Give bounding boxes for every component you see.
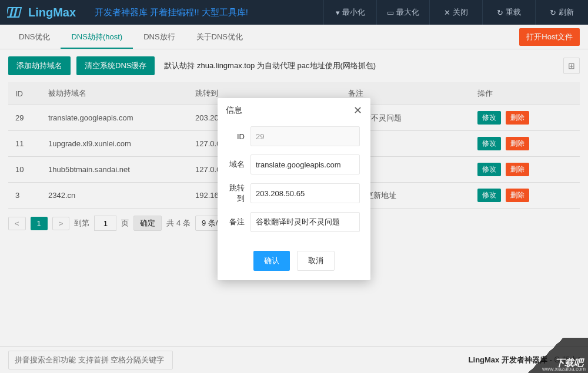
label-id: ID [228, 132, 250, 141]
confirm-button[interactable]: 确认 [253, 251, 290, 271]
input-id [250, 126, 360, 146]
close-icon[interactable]: ✕ [353, 104, 362, 117]
modal-header: 信息 ✕ [218, 98, 370, 123]
label-note: 备注 [228, 217, 250, 227]
cancel-button[interactable]: 取消 [297, 251, 335, 271]
modal-body: ID 域名 跳转到 备注 [218, 123, 370, 246]
modal-overlay: 信息 ✕ ID 域名 跳转到 备注 确认 取消 [0, 0, 588, 373]
input-note[interactable] [250, 212, 360, 232]
info-modal: 信息 ✕ ID 域名 跳转到 备注 确认 取消 [218, 98, 370, 280]
modal-title: 信息 [226, 105, 242, 116]
label-jump: 跳转到 [228, 183, 250, 204]
input-domain[interactable] [250, 154, 360, 174]
modal-footer: 确认 取消 [218, 246, 370, 280]
input-jump[interactable] [250, 183, 360, 203]
label-domain: 域名 [228, 159, 250, 170]
